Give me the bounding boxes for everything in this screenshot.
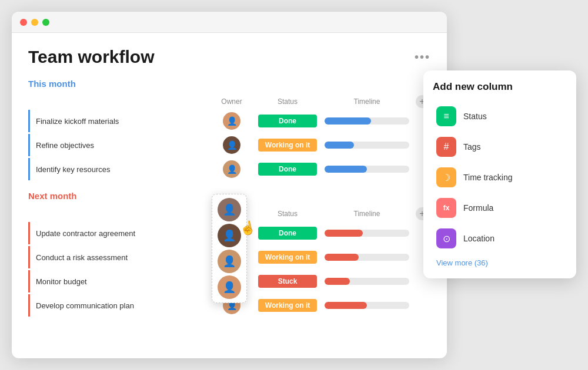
task-name: Conduct a risk assessment	[30, 253, 208, 262]
timeline-track	[325, 230, 409, 237]
timeline-cell	[320, 230, 414, 237]
col-label-tags: Tags	[463, 142, 481, 152]
task-name: Identify key resources	[30, 165, 208, 174]
column-option-location[interactable]: ⊙ Location	[433, 223, 567, 254]
add-column-panel: Add new column ≡ Status # Tags ☽ Time tr…	[423, 70, 576, 278]
task-name: Monitor budget	[30, 277, 208, 286]
col-label-formula: Formula	[463, 203, 493, 213]
task-name: Develop communication plan	[30, 301, 208, 310]
task-name: Refine objectives	[30, 141, 208, 150]
maximize-button[interactable]	[42, 19, 49, 26]
this-month-section: This month Owner Status Timeline + Final…	[28, 79, 430, 180]
cursor-icon: ☝	[239, 220, 257, 237]
timeline-fill	[325, 117, 371, 125]
time-tracking-column-icon: ☽	[436, 167, 456, 187]
timeline-track	[325, 117, 409, 125]
more-options-icon[interactable]: •••	[415, 51, 430, 64]
minimize-button[interactable]	[31, 19, 38, 26]
timeline-cell	[320, 117, 414, 125]
timeline-cell	[320, 166, 414, 173]
owner-card-avatar-1: 👤	[218, 198, 241, 221]
status-badge: Working on it	[258, 299, 317, 312]
avatar: 👤	[223, 112, 240, 130]
col-header-timeline-2: Timeline	[320, 210, 414, 218]
this-month-col-headers: Owner Status Timeline +	[28, 93, 430, 110]
col-label-time-tracking: Time tracking	[463, 173, 513, 182]
table-row: Refine objectives 👤 Working on it	[28, 134, 430, 156]
column-option-time-tracking[interactable]: ☽ Time tracking	[433, 162, 567, 193]
titlebar	[12, 12, 447, 33]
column-option-tags[interactable]: # Tags	[433, 132, 567, 162]
close-button[interactable]	[20, 19, 27, 26]
col-header-timeline-1: Timeline	[320, 97, 414, 106]
status-badge: Done	[258, 227, 317, 240]
timeline-fill	[325, 142, 354, 149]
location-column-icon: ⊙	[436, 228, 456, 248]
tags-column-icon: #	[436, 137, 456, 157]
status-badge: Working on it	[258, 251, 317, 264]
avatar: 👤	[223, 136, 240, 154]
timeline-track	[325, 302, 409, 309]
col-label-status: Status	[463, 112, 487, 121]
view-more-link[interactable]: View more (36)	[433, 258, 488, 267]
col-header-status-1: Status	[255, 97, 320, 106]
col-label-location: Location	[463, 234, 495, 243]
timeline-track	[325, 254, 409, 261]
page-title: Team workflow	[28, 47, 154, 67]
owner-card-avatar-2: 👤	[218, 224, 241, 247]
status-column-icon: ≡	[436, 106, 456, 126]
status-badge: Done	[258, 115, 317, 127]
col-header-owner-1: Owner	[208, 97, 255, 106]
formula-column-icon: fx	[436, 198, 456, 218]
col-header-status-2: Status	[255, 210, 320, 218]
main-window: Team workflow ••• This month Owner Statu…	[12, 12, 447, 358]
timeline-fill	[325, 254, 359, 261]
timeline-fill	[325, 166, 367, 173]
this-month-table: Owner Status Timeline + Finalize kickoff…	[28, 93, 430, 180]
timeline-track	[325, 166, 409, 173]
timeline-fill	[325, 230, 363, 237]
timeline-track	[325, 278, 409, 285]
timeline-cell	[320, 302, 414, 309]
panel-title: Add new column	[433, 81, 567, 93]
status-badge: Done	[258, 163, 317, 176]
task-name: Finalize kickoff materials	[30, 117, 208, 126]
avatar: 👤	[223, 160, 240, 178]
timeline-track	[325, 142, 409, 149]
column-option-status[interactable]: ≡ Status	[433, 101, 567, 132]
table-row: Finalize kickoff materials 👤 Done	[28, 110, 430, 132]
task-name: Update contractor agreement	[30, 229, 208, 238]
timeline-fill	[325, 302, 367, 309]
status-badge: Working on it	[258, 139, 317, 152]
timeline-fill	[325, 278, 350, 285]
owner-card-avatar-4: 👤	[218, 275, 241, 299]
timeline-cell	[320, 142, 414, 149]
owner-card-avatar-3: 👤	[218, 250, 241, 273]
table-row: Identify key resources 👤 Done	[28, 158, 430, 180]
owner-card-popup: 👤 👤 👤 👤	[212, 194, 247, 303]
status-badge: Stuck	[258, 275, 317, 288]
column-option-formula[interactable]: fx Formula	[433, 193, 567, 223]
timeline-cell	[320, 254, 414, 261]
timeline-cell	[320, 278, 414, 285]
this-month-header: This month	[28, 79, 430, 89]
